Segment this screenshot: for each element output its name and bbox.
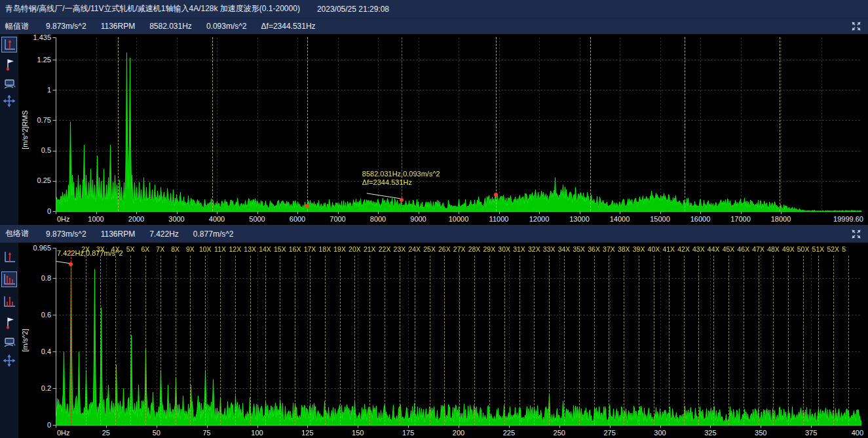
harmonic-cursor-line[interactable] (459, 256, 460, 425)
harmonic-cursor-line[interactable] (698, 256, 699, 425)
harmonic-order-label: 14X (259, 245, 271, 253)
measurement-path: 青岛特钢/高线厂/一高线/11V立式轧机/减速机1轴输入4A/128k 加速度波… (5, 3, 300, 14)
harmonic-cursor-line[interactable] (594, 256, 595, 425)
harmonic-cursor-line[interactable] (444, 256, 445, 425)
fundamental-cursor-line[interactable] (71, 250, 71, 425)
x-axis-tick-label: 225 (503, 429, 515, 437)
harmonic-cursor-line[interactable] (654, 256, 654, 425)
harmonic-cursor-line[interactable] (354, 256, 355, 425)
harmonic-cursor-line[interactable] (759, 256, 759, 425)
sideband-cursor-tool-button[interactable] (1, 294, 17, 309)
harmonic-order-label: 15X (274, 245, 286, 253)
sideband-cursor-line[interactable] (780, 37, 780, 211)
sideband-cursor-line[interactable] (685, 37, 685, 211)
cursor-marker-dot (494, 193, 498, 197)
harmonic-marker-dot (69, 262, 73, 266)
harmonic-cursor-line[interactable] (265, 256, 266, 425)
harmonic-cursor-line[interactable] (773, 256, 774, 425)
pan-move-tool-button[interactable] (1, 353, 17, 368)
amplitude-spectrum-plot[interactable] (52, 37, 861, 214)
harmonic-cursor-line[interactable] (519, 256, 520, 425)
harmonic-cursor-line[interactable] (713, 256, 714, 425)
harmonic-order-label: 53X (842, 245, 846, 253)
chart-display-tool-button[interactable] (1, 334, 17, 350)
flag-marker-tool-button[interactable] (1, 315, 17, 330)
sideband-cursor-line[interactable] (118, 37, 119, 211)
harmonic-cursor-line[interactable] (744, 256, 744, 425)
harmonic-cursor-line[interactable] (86, 256, 86, 425)
harmonic-cursor-line[interactable] (549, 256, 550, 425)
x-axis-tick-label: 12000 (529, 215, 550, 223)
harmonic-cursor-line[interactable] (235, 256, 236, 425)
x-axis-tick-label: 13000 (569, 215, 590, 223)
harmonic-cursor-line[interactable] (310, 256, 311, 425)
sideband-cursor-line[interactable] (307, 37, 308, 211)
harmonic-cursor-line[interactable] (220, 256, 221, 425)
single-cursor-tool-button[interactable] (1, 37, 17, 52)
sideband-cursor-line[interactable] (212, 37, 213, 211)
expand-icon[interactable] (850, 228, 863, 241)
harmonic-cursor-line[interactable] (848, 256, 849, 425)
stat-value: 8582.031Hz (149, 22, 192, 31)
expand-icon[interactable] (850, 20, 863, 33)
sideband-cursor-line[interactable] (590, 37, 591, 211)
harmonic-cursor-line[interactable] (325, 256, 326, 425)
harmonic-cursor-line[interactable] (145, 256, 146, 425)
x-axis-tick-label: 17000 (730, 215, 751, 223)
harmonic-cursor-line[interactable] (100, 256, 101, 425)
harmonic-cursor-line[interactable] (340, 256, 341, 425)
harmonic-cursor-line[interactable] (684, 256, 685, 425)
harmonic-order-label: 23X (394, 245, 406, 253)
harmonic-order-label: 49X (782, 245, 795, 253)
harmonic-cursor-line[interactable] (415, 256, 415, 425)
harmonic-cursor-line[interactable] (504, 256, 505, 425)
envelope-spectrum-plot[interactable] (52, 248, 861, 428)
sideband-cursor-line[interactable] (496, 37, 497, 211)
single-cursor-icon (2, 37, 16, 52)
harmonic-cursor-line[interactable] (160, 256, 161, 425)
y-axis-tick-label: 0.8 (21, 274, 51, 283)
single-cursor-tool-button[interactable] (1, 249, 17, 265)
x-axis-tick-label: 300 (654, 429, 666, 437)
harmonic-cursor-line[interactable] (728, 256, 729, 425)
harmonic-cursor-line[interactable] (280, 256, 280, 425)
x-axis-tick-label: 275 (603, 429, 615, 437)
harmonic-cursor-line[interactable] (818, 256, 819, 425)
harmonic-cursor-line[interactable] (369, 256, 370, 425)
expand-icon (850, 228, 862, 240)
harmonic-cursor-line[interactable] (176, 256, 176, 425)
timestamp: 2023/05/25 21:29:08 (317, 5, 389, 14)
x-axis-tick-label: 75 (203, 429, 211, 437)
harmonic-cursor-line[interactable] (190, 256, 191, 425)
pan-move-tool-button[interactable] (1, 93, 17, 109)
harmonic-cursor-line[interactable] (534, 256, 535, 425)
harmonic-order-label: 9X (186, 245, 195, 253)
harmonic-cursor-line[interactable] (833, 256, 834, 425)
x-axis-tick-label: 10000 (449, 215, 469, 223)
harmonic-order-label: 24X (408, 245, 421, 253)
harmonic-cursor-line[interactable] (430, 256, 430, 425)
flag-marker-tool-button[interactable] (1, 56, 17, 72)
x-axis-tick-label: 7000 (330, 215, 345, 223)
harmonic-cursor-line[interactable] (579, 256, 580, 425)
harmonic-cursor-line[interactable] (489, 256, 490, 425)
harmonic-cursor-line[interactable] (624, 256, 624, 425)
harmonic-cursor-line[interactable] (639, 256, 639, 425)
harmonic-cursor-line[interactable] (474, 256, 475, 425)
harmonic-cursor-tool-button[interactable] (1, 271, 17, 287)
harmonic-cursor-line[interactable] (385, 256, 385, 425)
harmonic-cursor-line[interactable] (564, 256, 565, 425)
harmonic-cursor-line[interactable] (115, 256, 116, 425)
chart-display-tool-button[interactable] (1, 76, 17, 92)
harmonic-cursor-line[interactable] (609, 256, 609, 425)
harmonic-cursor-line[interactable] (788, 256, 789, 425)
harmonic-cursor-line[interactable] (205, 256, 206, 425)
envelope-toolbar (0, 243, 18, 438)
harmonic-cursor-line[interactable] (130, 256, 131, 425)
harmonic-cursor-line[interactable] (250, 256, 251, 425)
harmonic-cursor-line[interactable] (669, 256, 670, 425)
harmonic-cursor-line[interactable] (400, 256, 400, 425)
harmonic-cursor-line[interactable] (295, 256, 295, 425)
harmonic-cursor-line[interactable] (803, 256, 804, 425)
harmonic-order-label: 12X (229, 245, 242, 253)
